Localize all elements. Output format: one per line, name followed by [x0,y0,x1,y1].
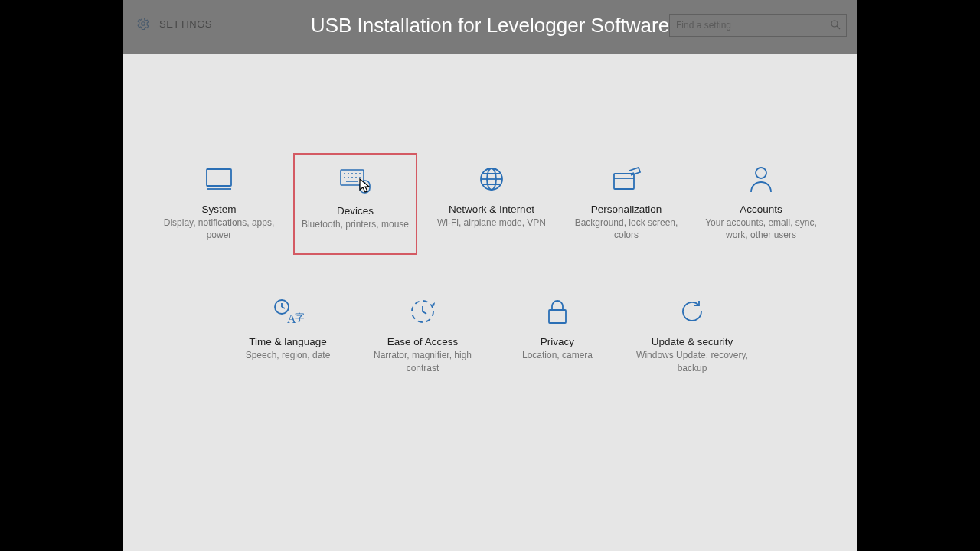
tile-privacy[interactable]: PrivacyLocation, camera [497,285,618,387]
tile-desc: Background, lock screen, colors [569,217,684,241]
display-icon [162,159,276,199]
settings-tiles: SystemDisplay, notifications, apps, powe… [122,153,858,388]
tile-accounts[interactable]: AccountsYour accounts, email, sync, work… [701,153,822,255]
keyboard-icon [298,161,413,201]
tile-desc: Windows Update, recovery, backup [635,349,750,373]
tile-title: Devices [298,205,413,217]
tile-desc: Narrator, magnifier, high contrast [365,349,480,373]
person-icon [704,159,818,199]
tile-title: Update & security [635,336,750,347]
tile-personalization[interactable]: PersonalizationBackground, lock screen, … [566,153,687,255]
paint-icon [569,159,684,199]
banner-title: USB Installation for Levelogger Software [122,14,858,37]
svg-rect-3 [207,169,231,186]
tile-title: Privacy [500,336,615,347]
svg-text:字: 字 [295,311,304,323]
tile-title: System [162,204,276,215]
tile-desc: Your accounts, email, sync, work, other … [704,217,818,241]
tile-desc: Wi-Fi, airplane mode, VPN [434,217,549,229]
tile-title: Ease of Access [365,336,480,347]
lock-icon [500,292,615,331]
ease-icon [365,292,480,331]
tile-desc: Location, camera [500,349,615,361]
overlay-banner: USB Installation for Levelogger Software [122,0,858,54]
svg-line-27 [282,307,285,308]
tile-network[interactable]: Network & InternetWi-Fi, airplane mode, … [431,153,552,255]
tile-title: Network & Internet [434,204,549,215]
svg-point-24 [756,168,766,178]
tile-update-security[interactable]: Update & securityWindows Update, recover… [632,285,753,387]
svg-rect-32 [549,310,566,323]
tile-title: Time & language [230,336,345,347]
svg-rect-22 [614,174,634,189]
cursor-icon [358,178,374,194]
tile-devices[interactable]: DevicesBluetooth, printers, mouse [293,153,417,255]
tile-time-language[interactable]: A字Time & languageSpeech, region, date [227,285,348,387]
settings-window: SETTINGS USB Installation for Levelogger… [122,0,858,551]
tile-title: Accounts [704,204,818,215]
tile-desc: Bluetooth, printers, mouse [298,218,413,230]
tile-desc: Speech, region, date [230,349,345,361]
globe-icon [434,159,549,199]
tile-desc: Display, notifications, apps, power [162,217,276,241]
tile-title: Personalization [569,204,684,215]
tile-ease-of-access[interactable]: Ease of AccessNarrator, magnifier, high … [362,285,483,387]
tile-system[interactable]: SystemDisplay, notifications, apps, powe… [158,153,279,255]
update-icon [635,292,750,331]
time-lang-icon: A字 [230,292,345,331]
